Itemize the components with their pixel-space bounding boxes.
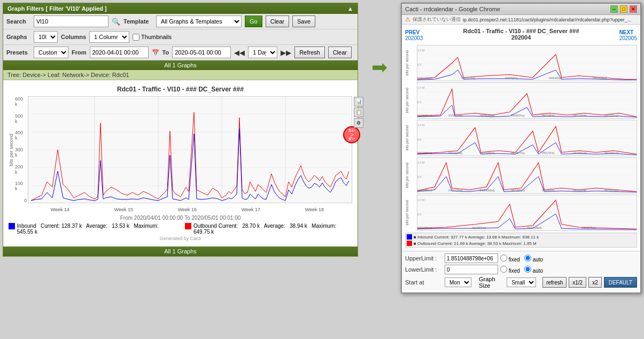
upper-auto-radio-label[interactable]: auto [524, 255, 543, 263]
graph-area: Rdc01 - Traffic - Vl10 - ### DC_Server #… [3, 80, 358, 246]
chrome-maximize-btn[interactable]: □ [620, 5, 627, 13]
rrd-outbound-legend: ■ Outbound Current: 21.69 k Average: 38.… [407, 241, 635, 246]
graph-icon-3[interactable]: ⚙ [354, 118, 363, 128]
svg-text:04/06(Mon): 04/06(Mon) [417, 114, 432, 117]
rrd-outbound-text: ■ Outbound Current: 21.69 k Average: 38.… [414, 241, 537, 246]
outbound-legend: Outbound Current: 28.70 k Average: 38.94… [185, 223, 352, 235]
flow-arrow: ➡ [371, 56, 387, 79]
svg-text:0.0: 0.0 [417, 138, 421, 141]
graph-icon-1[interactable]: 📊 [354, 97, 363, 106]
rrd-week2-graph: 04/06(Mon) 04/07(Tue) 04/08(Wed) 04/09(T… [417, 82, 637, 119]
from-date-input[interactable] [90, 47, 149, 58]
arrow-container: ➡ [363, 3, 395, 79]
rrd-inbound-text: ■ Inbound Current: 327.77 k Average: 13.… [414, 235, 539, 240]
rrd-inbound-color [407, 234, 412, 240]
next-nav-icon[interactable]: ▶▶ [281, 49, 291, 57]
rrd-y-label-2: bits per second [405, 88, 416, 113]
refresh-button[interactable]: Refresh [294, 47, 325, 58]
svg-text:04/07(Tue): 04/07(Tue) [448, 114, 462, 117]
rrd-controls: UpperLimit : fixed auto LowerLimit : fix… [402, 251, 640, 292]
upper-fixed-radio-label[interactable]: fixed [500, 255, 520, 263]
save-button[interactable]: Save [292, 16, 315, 27]
search-label: Search [6, 18, 30, 25]
search-icon[interactable]: 🔍 [112, 18, 120, 26]
collapse-icon[interactable]: ▲ [347, 5, 353, 12]
svg-text:04/16(Thu): 04/16(Thu) [511, 151, 525, 155]
lower-auto-radio[interactable] [524, 266, 531, 273]
outbound-text: Outbound Current: 28.70 k Average: 38.94… [193, 223, 352, 235]
inbound-text: Inbound Current: 128.37 k Average: 13.53… [17, 223, 175, 235]
svg-text:1.0 M: 1.0 M [417, 49, 425, 52]
rrd-week3-row: bits per second 04/13(Mon) 04/14(Tue) 04… [405, 120, 637, 156]
svg-text:04/05(Sun): 04/05(Sun) [593, 76, 607, 80]
svg-text:1.0 M: 1.0 M [417, 86, 425, 89]
default-button[interactable]: DEFAULT [604, 277, 637, 288]
rrd-header: PREV 202003 Rdc01 - Traffic - Vl10 - ###… [405, 28, 637, 43]
template-select[interactable]: All Graphs & Templates [156, 16, 242, 27]
refresh-rrd-button[interactable]: refresh [542, 277, 567, 288]
presets-clear-button[interactable]: Clear [328, 47, 352, 58]
section-header-top: All 1 Graphs [3, 60, 358, 70]
address-url[interactable]: ip.dc01.prosper2.net:11181/cacti/plugins… [463, 17, 637, 22]
x1-2-button[interactable]: x1/2 [569, 277, 586, 288]
svg-text:04/13(Mon): 04/13(Mon) [417, 151, 432, 155]
graphs-count-select[interactable]: 100 [34, 31, 58, 43]
lower-auto-radio-label[interactable]: auto [524, 266, 543, 274]
svg-text:0.0: 0.0 [417, 213, 421, 216]
upper-limit-row: UpperLimit : fixed auto [405, 253, 637, 263]
template-label: Template [123, 18, 153, 25]
interval-select[interactable]: 1 Day [248, 47, 277, 58]
upper-limit-input[interactable] [445, 253, 498, 263]
go-button[interactable]: Go [245, 16, 262, 27]
upper-fixed-radio[interactable] [500, 255, 507, 261]
svg-text:04/26(Sun): 04/26(Sun) [604, 189, 619, 192]
svg-text:04/11(Sat): 04/11(Sat) [573, 114, 586, 117]
graph-icon-2[interactable]: 📋 [354, 107, 363, 117]
rrdcalendar-button[interactable]: カレンダー [343, 126, 360, 143]
thumbnails-label[interactable]: Thumbnails [133, 34, 172, 41]
graph-size-select[interactable]: Small [507, 278, 536, 287]
lower-fixed-radio-label[interactable]: fixed [500, 266, 520, 274]
svg-text:04/01(Wed): 04/01(Wed) [417, 76, 432, 80]
clear-button[interactable]: Clear [266, 16, 289, 27]
upper-auto-radio[interactable] [524, 255, 531, 261]
svg-text:04/28(Tue): 04/28(Tue) [472, 226, 486, 229]
svg-text:04/22(Wed): 04/22(Wed) [480, 189, 495, 192]
start-at-select[interactable]: Mon [445, 278, 471, 287]
cacti-panel: Graph Filters [ Filter 'Vl10' Applied ] … [3, 3, 358, 257]
search-input[interactable] [34, 16, 108, 27]
panel-title: Graph Filters [ Filter 'Vl10' Applied ] [7, 5, 107, 12]
insecure-label: 保護されていない通信 [413, 16, 461, 23]
lower-limit-input[interactable] [445, 265, 498, 274]
thumbnails-checkbox[interactable] [133, 34, 139, 41]
svg-text:04/30(Thu): 04/30(Thu) [582, 226, 596, 229]
inbound-legend: Inbound Current: 128.37 k Average: 13.53… [9, 223, 174, 235]
lower-limit-label: LowerLimit : [405, 266, 443, 273]
lower-fixed-radio[interactable] [500, 266, 507, 273]
rrd-y-label-3: bits per second [405, 125, 416, 150]
presets-row: Presets Custom From 📅 To ◀◀ 1 Day ▶▶ Ref… [3, 45, 358, 60]
start-at-label: Start at [405, 279, 443, 286]
svg-text:04/02(Thu): 04/02(Thu) [461, 76, 476, 80]
to-label: To [162, 49, 169, 56]
calendar-icon[interactable]: 📅 [152, 49, 159, 56]
chrome-close-btn[interactable]: ✕ [630, 5, 637, 13]
to-date-input[interactable] [172, 47, 231, 58]
y-axis-label: bits per second [9, 96, 14, 203]
next-month-btn[interactable]: NEXT 202005 [619, 29, 637, 41]
graph-svg [31, 96, 349, 203]
custom-select[interactable]: Custom [34, 47, 68, 58]
chrome-minimize-btn[interactable]: ─ [610, 5, 618, 13]
svg-text:04/21(Tue): 04/21(Tue) [448, 189, 462, 192]
graph-title: Rdc01 - Traffic - Vl10 - ### DC_Server #… [117, 86, 244, 93]
svg-text:0.0: 0.0 [417, 101, 421, 104]
chrome-title: Cacti - rrdcalendar - Google Chrome [405, 6, 500, 12]
prev-month-btn[interactable]: PREV 202003 [405, 29, 423, 41]
graph-caption: From 2020/04/01 00:00:00 To 2020/05/01 0… [120, 215, 241, 221]
columns-select[interactable]: 1 Column [89, 31, 129, 43]
cacti-title-bar: Graph Filters [ Filter 'Vl10' Applied ] … [3, 3, 358, 14]
x2-button[interactable]: x2 [588, 277, 602, 288]
svg-text:04/10(Fri): 04/10(Fri) [542, 114, 555, 117]
generated-by: Generated by Cacti [160, 236, 201, 241]
prev-nav-icon[interactable]: ◀◀ [234, 49, 245, 57]
